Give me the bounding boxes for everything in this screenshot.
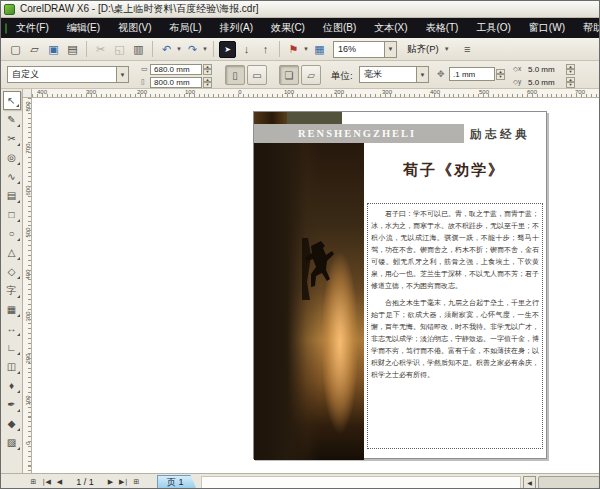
menu-item-table[interactable]: 表格(T) xyxy=(417,18,468,38)
duplicate-y-icon: ◇y xyxy=(513,78,525,86)
poster-top-rock-strip[interactable] xyxy=(254,112,287,124)
redo-dropdown-arrow[interactable]: ▼ xyxy=(202,46,209,52)
dimension-tool-icon: ↔ xyxy=(7,323,17,334)
page-preset-combo[interactable]: 自定义 ▼ xyxy=(7,66,129,83)
duplicate-y-field[interactable]: 5.0 mm xyxy=(525,77,565,88)
menu-item-effects[interactable]: 效果(C) xyxy=(262,18,314,38)
poster-tagline[interactable]: 励志经典 xyxy=(470,127,530,142)
save-button[interactable]: ▣ xyxy=(45,41,62,58)
current-page-button[interactable]: ▱ xyxy=(301,65,321,85)
welcome-screen-button[interactable]: ⚑ xyxy=(285,41,302,58)
dropdown-arrow-icon[interactable]: ▼ xyxy=(384,42,396,57)
new-document-button[interactable]: ▢ xyxy=(7,41,24,58)
tool-outline-pen[interactable]: ✒ xyxy=(3,395,21,414)
menu-item-edit[interactable]: 编辑(E) xyxy=(58,18,109,38)
spinner-down[interactable]: ▼ xyxy=(203,82,212,88)
application-launcher-icon[interactable]: ➤ xyxy=(219,41,236,58)
poster-text-frame[interactable]: 君子曰：学不可以已。青，取之于蓝，而青于蓝；冰，水为之，而寒于水。故不积跬步，无… xyxy=(367,203,543,449)
tool-basic-shapes[interactable]: ◇ xyxy=(3,262,21,281)
climber-photo[interactable] xyxy=(254,143,364,460)
tool-crop[interactable]: ✂ xyxy=(3,129,21,148)
menu-item-text[interactable]: 文本(X) xyxy=(365,18,416,38)
poster-title[interactable]: 荀子《劝学》 xyxy=(364,161,544,180)
open-button[interactable]: ▱ xyxy=(26,41,43,58)
tool-interactive-fill[interactable]: ▨ xyxy=(3,433,21,452)
export-button[interactable]: ↑ xyxy=(257,41,274,58)
ruler-origin-box[interactable] xyxy=(23,89,32,98)
drawing-canvas[interactable]: RENSHENGZHELI 励志经典 荀子《劝学》 君子曰：学不可以已。青，取之… xyxy=(32,98,600,473)
horizontal-scrollbar-thumb[interactable] xyxy=(538,476,600,489)
add-page-button[interactable]: ⊞ xyxy=(130,476,143,489)
scroll-left-button[interactable]: ◀ xyxy=(523,476,536,489)
tool-text[interactable]: 字 xyxy=(3,281,21,300)
portrait-button[interactable]: ▯ xyxy=(225,65,245,85)
document-page[interactable]: RENSHENGZHELI 励志经典 荀子《劝学》 君子曰：学不可以已。青，取之… xyxy=(253,111,547,459)
menu-item-bitmaps[interactable]: 位图(B) xyxy=(314,18,365,38)
vertical-ruler[interactable]: 8007006005004003002001000 xyxy=(23,98,32,473)
menu-item-view[interactable]: 视图(V) xyxy=(109,18,160,38)
menu-item-tools[interactable]: 工具(O) xyxy=(467,18,519,38)
page-tab-1[interactable]: 页 1 xyxy=(157,475,197,489)
dropdown-arrow-icon[interactable]: ▼ xyxy=(116,67,128,82)
welcome-dropdown-arrow[interactable]: ▼ xyxy=(303,46,310,52)
tool-blend[interactable]: ◫ xyxy=(3,357,21,376)
previous-page-button[interactable]: ◀ xyxy=(53,476,66,489)
tool-dimension[interactable]: ↔ xyxy=(3,319,21,338)
page-width-field[interactable]: 680.0 mm xyxy=(150,64,202,75)
nudge-offset-icon: ✥ xyxy=(437,69,445,79)
view-switch-button[interactable]: ▦ xyxy=(311,41,328,58)
menu-item-layout[interactable]: 布局(L) xyxy=(160,18,210,38)
first-page-button[interactable]: ∣◀ xyxy=(40,476,53,489)
dropdown-arrow-icon[interactable]: ▼ xyxy=(416,67,428,82)
units-combo[interactable]: 毫米 ▼ xyxy=(359,66,429,83)
undo-dropdown-arrow[interactable]: ▼ xyxy=(176,46,183,52)
nudge-offset-field[interactable]: .1 mm xyxy=(449,67,495,81)
poster-title-band[interactable]: RENSHENGZHELI xyxy=(254,124,464,143)
zoom-tool-icon: ◎ xyxy=(7,152,16,163)
landscape-button[interactable]: ▭ xyxy=(247,65,267,85)
import-button[interactable]: ↓ xyxy=(238,41,255,58)
menu-item-help[interactable]: 帮助(H) xyxy=(574,18,600,38)
tool-ellipse[interactable]: ○ xyxy=(3,224,21,243)
next-page-button[interactable]: ▶ xyxy=(104,476,117,489)
page-height-field[interactable]: 800.0 mm xyxy=(150,77,202,88)
tool-smart-fill[interactable]: ▤ xyxy=(3,186,21,205)
add-page-button[interactable]: ⊞ xyxy=(27,476,40,489)
tool-pick[interactable]: ↖ xyxy=(3,91,21,110)
tool-eyedropper[interactable]: ♦ xyxy=(3,376,21,395)
undo-button[interactable]: ↶ xyxy=(158,41,175,58)
page-preset-value: 自定义 xyxy=(12,68,39,81)
menu-item-arrange[interactable]: 排列(A) xyxy=(211,18,262,38)
print-button[interactable]: ▤ xyxy=(64,41,81,58)
redo-button[interactable]: ↷ xyxy=(184,41,201,58)
tool-zoom[interactable]: ◎ xyxy=(3,148,21,167)
spinner-down[interactable]: ▼ xyxy=(203,69,212,75)
ruler-label: 100 xyxy=(284,89,294,95)
menu-item-file[interactable]: 文件(F) xyxy=(7,18,58,38)
spinner-down[interactable]: ▼ xyxy=(566,82,575,88)
poster-top-olive-strip[interactable] xyxy=(287,112,342,124)
tool-rectangle[interactable]: □ xyxy=(3,205,21,224)
snap-dropdown-arrow[interactable]: ▼ xyxy=(444,46,451,52)
page-width-spinner: ▲ ▼ xyxy=(203,64,212,75)
spinner-down[interactable]: ▼ xyxy=(496,74,505,80)
ruler-label: 600 xyxy=(25,187,31,196)
duplicate-x-field[interactable]: 5.0 mm xyxy=(525,64,565,75)
tool-shape[interactable]: ✎ xyxy=(3,110,21,129)
options-button[interactable]: ≡ xyxy=(459,41,476,58)
spinner-down[interactable]: ▼ xyxy=(566,69,575,75)
menu-item-window[interactable]: 窗口(W) xyxy=(520,18,574,38)
snap-to-dropdown[interactable]: 贴齐(P) ▼ xyxy=(407,43,451,56)
last-page-button[interactable]: ▶∣ xyxy=(117,476,130,489)
nudge-spinner: ▲ ▼ xyxy=(496,69,505,80)
toolbar-separator xyxy=(152,41,153,57)
tool-connector[interactable]: ∟ xyxy=(3,338,21,357)
tool-freehand[interactable]: ∿ xyxy=(3,167,21,186)
paste-button[interactable]: ▥ xyxy=(130,41,147,58)
zoom-level-combo[interactable]: 16% ▼ xyxy=(333,41,397,58)
horizontal-ruler[interactable]: 4003002001000100200300400500600700 xyxy=(32,89,600,98)
all-pages-button[interactable]: ❏ xyxy=(279,65,299,85)
tool-fill[interactable]: ◆ xyxy=(3,414,21,433)
tool-table[interactable]: ▦ xyxy=(3,300,21,319)
tool-polygon[interactable]: △ xyxy=(3,243,21,262)
